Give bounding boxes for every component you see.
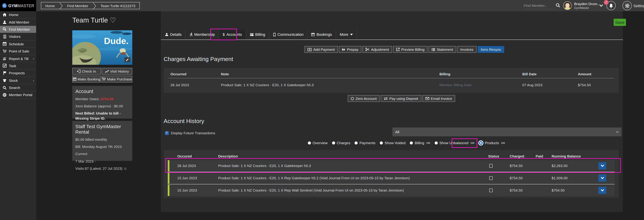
settings-button[interactable]: [622, 1, 632, 10]
col-bill-date: Bill Date: [522, 72, 536, 76]
svg-text:Dude.: Dude.: [104, 36, 128, 46]
radio-products[interactable]: ProductsGM: [479, 141, 505, 145]
col-amount: Amount: [578, 72, 591, 76]
breadcrumb-chevron-icon: [92, 2, 96, 9]
radio-overview[interactable]: Overview: [308, 141, 328, 145]
statement-button[interactable]: Statement: [428, 46, 456, 53]
adjustment-button[interactable]: Adjustment: [362, 46, 392, 53]
row-expand-button[interactable]: [598, 174, 606, 182]
checkbox-checked-icon[interactable]: [165, 131, 169, 135]
user-chevron-down-icon[interactable]: [599, 4, 603, 7]
user-avatar[interactable]: [563, 1, 572, 10]
radio-show-voided[interactable]: Show Voided: [380, 141, 406, 145]
check-in-button[interactable]: Check In: [72, 68, 101, 75]
sidebar-item-add-member[interactable]: Add Member: [0, 18, 36, 26]
calendar-icon: [312, 33, 315, 36]
tab-more[interactable]: More: [336, 29, 357, 40]
row-status-checkbox[interactable]: [489, 164, 493, 168]
sidebar-item-visitors[interactable]: Visitors: [0, 33, 36, 40]
row-description: Product Sale: 1 X NZ Couriers - E20, 1 X…: [218, 188, 404, 192]
email-invoice-button[interactable]: Email Invoice: [422, 95, 455, 102]
xero-resync-button[interactable]: Xero Resync: [478, 46, 504, 53]
make-booking-button[interactable]: Make Booking: [72, 76, 101, 82]
visit-history-button[interactable]: Visit History: [102, 68, 132, 75]
gymmaster-logo[interactable]: G GYMMASTER: [0, 0, 36, 11]
radio-payments[interactable]: Payments: [355, 141, 375, 145]
status-line: Current: [75, 152, 129, 156]
sidebar-item-report-till[interactable]: Report & Till ›: [0, 55, 36, 62]
prospects-icon: [3, 71, 6, 75]
sidebar-item-point-of-sale[interactable]: Point of Sale: [0, 48, 36, 55]
radio-billing[interactable]: BillingGM: [410, 141, 430, 145]
history-table: Occured Description Status Charged Paid …: [164, 150, 619, 198]
radio-selected-icon: [479, 141, 483, 145]
history-view-radios: Overview Charges Payments Show Voided Bi…: [308, 141, 505, 145]
sidebar-item-member-portal[interactable]: Member Portal: [0, 92, 36, 99]
row-status-bar: [168, 160, 170, 172]
tab-details[interactable]: Details: [161, 29, 185, 40]
row-status-bar: [168, 185, 170, 196]
user-org: GymMaster: [574, 6, 589, 10]
start-date-line: 7 Mar 2023 -: [75, 159, 129, 164]
breadcrumb-home[interactable]: Home: [41, 2, 59, 9]
tab-membership[interactable]: Membership: [185, 29, 218, 40]
phone-icon: [273, 32, 276, 36]
history-row-2[interactable]: 15 Jun 2023 Product Sale: 1 X NZ Courier…: [168, 172, 615, 184]
gear-icon: [625, 3, 630, 8]
display-future-checkbox[interactable]: Display Future Transactions: [165, 131, 215, 135]
door-icon: [77, 70, 80, 73]
history-filter-select[interactable]: All: [392, 128, 622, 136]
settings-label[interactable]: Settings: [634, 4, 644, 8]
history-row-3[interactable]: 15 Jun 2023 Product Sale: 1 X NZ Courier…: [168, 185, 615, 196]
make-purchase-button[interactable]: Make Purchase: [102, 76, 132, 82]
user-name[interactable]: Brayden Drum...: [574, 2, 600, 6]
row-occurred: 15 Jun 2023: [177, 188, 197, 192]
save-button[interactable]: Save: [614, 19, 626, 26]
search-input[interactable]: [524, 2, 553, 9]
next-billed-line: Next Billed: Unable to bill - Missing St…: [75, 111, 129, 121]
search-icon[interactable]: [556, 3, 560, 8]
member-owes-line: Member Owes: $754.50: [75, 96, 129, 101]
sidebar-item-prospects[interactable]: Prospects: [0, 70, 36, 77]
add-payment-button[interactable]: Add Payment: [304, 46, 338, 53]
member-photo[interactable]: Dude.: [72, 30, 132, 65]
history-row-1[interactable]: 28 Jul 2023 Product Sale: 1 X NZ Courier…: [168, 160, 615, 172]
sidebar-item-find-member[interactable]: Find Member: [0, 26, 36, 33]
account-toolbar: Add Payment Prepay Adjustment Preview Bi…: [304, 46, 504, 53]
visitors-icon: [3, 35, 6, 38]
gymmaster-app: G GYMMASTER Home Find Member Team Turtle…: [0, 0, 644, 220]
row-expand-button[interactable]: [598, 187, 606, 194]
sidebar-item-search[interactable]: Search: [0, 84, 36, 92]
row-charged: $754.50: [510, 176, 523, 180]
pencil-icon: [126, 58, 129, 61]
member-portal-icon: [3, 93, 6, 97]
edit-photo-button[interactable]: [124, 57, 130, 62]
sidebar-item-schedule[interactable]: Schedule: [0, 40, 36, 48]
sidebar-item-stock[interactable]: Stock ›: [0, 77, 36, 84]
zero-account-button[interactable]: Zero Account: [348, 95, 380, 102]
breadcrumb-find-member[interactable]: Find Member: [63, 2, 92, 9]
tab-accounts[interactable]: $ Accounts: [218, 29, 246, 40]
fast-forward-icon: [342, 48, 345, 51]
radio-charges[interactable]: Charges: [332, 141, 350, 145]
charge-billing[interactable]: Member Billing Date: [440, 83, 472, 87]
pay-using-deposit-button[interactable]: Pay using Deposit: [381, 95, 421, 102]
favourite-heart-icon[interactable]: ♡: [110, 16, 116, 24]
add-member-icon: [3, 20, 6, 24]
invoices-button[interactable]: Invoices: [457, 46, 476, 53]
radio-show-unbalanced[interactable]: Show UnbalancedGM: [435, 141, 474, 145]
col-description: Description: [218, 154, 238, 158]
col-occurred: Occurred: [170, 72, 186, 76]
row-status-checkbox[interactable]: [489, 188, 493, 192]
tab-billing[interactable]: Billing: [246, 29, 269, 40]
sidebar-item-task[interactable]: Task: [0, 62, 36, 70]
tab-communication[interactable]: Communication: [269, 29, 307, 40]
prepay-button[interactable]: Prepay: [339, 46, 362, 53]
row-expand-button[interactable]: [598, 162, 606, 170]
caret-down-icon: [350, 34, 353, 35]
task-icon: [3, 64, 6, 68]
tab-bookings[interactable]: Bookings: [307, 29, 336, 40]
preview-billing-button[interactable]: Preview Billing: [393, 46, 428, 53]
row-status-checkbox[interactable]: [489, 176, 493, 180]
sidebar-item-home[interactable]: Home: [0, 11, 36, 18]
